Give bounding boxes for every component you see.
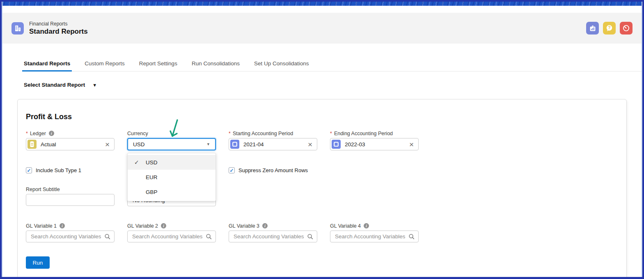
- gl-variable-3-label: GL Variable 3 i: [229, 223, 317, 229]
- tab-report-settings[interactable]: Report Settings: [138, 60, 179, 71]
- chevron-down-icon: ▼: [92, 83, 97, 88]
- tab-run-consolidations[interactable]: Run Consolidations: [190, 60, 241, 71]
- gl-variable-1-label: GL Variable 1 i: [26, 223, 115, 229]
- check-icon: ✓: [134, 159, 146, 166]
- starting-period-input[interactable]: 2021-04 ×: [229, 138, 317, 150]
- required-asterisk: *: [26, 131, 28, 136]
- gl-variable-3-input[interactable]: [229, 231, 317, 242]
- select-standard-report-dropdown[interactable]: Select Standard Report ▼: [24, 82, 642, 88]
- required-asterisk: *: [330, 131, 332, 136]
- gl-variable-2-input[interactable]: [127, 231, 216, 242]
- info-icon[interactable]: i: [60, 223, 65, 228]
- ledger-icon: [28, 140, 37, 149]
- form-row-1: * Ledger i Actual ×: [26, 130, 618, 150]
- page-header: Financial Reports Standard Reports: [2, 13, 642, 44]
- info-icon[interactable]: i: [364, 223, 369, 228]
- report-subtitle-label: Report Subtitle: [26, 186, 115, 192]
- ledger-field: * Ledger i Actual ×: [26, 130, 115, 150]
- page-title: Standard Reports: [29, 28, 88, 36]
- header-titles: Financial Reports Standard Reports: [29, 21, 88, 36]
- search-icon: [104, 233, 111, 240]
- header-title-group: Financial Reports Standard Reports: [11, 21, 88, 36]
- ledger-value: Actual: [41, 141, 105, 148]
- ending-period-label: * Ending Accounting Period: [330, 130, 419, 136]
- accounting-period-icon: [332, 140, 341, 149]
- gl-variable-2-field: GL Variable 2 i: [127, 223, 216, 242]
- run-button[interactable]: Run: [26, 256, 50, 269]
- app-label: Financial Reports: [29, 21, 88, 27]
- currency-dropdown: ✓ USD EUR GBP: [127, 153, 216, 201]
- tab-custom-reports[interactable]: Custom Reports: [83, 60, 126, 71]
- ending-period-value: 2022-03: [345, 141, 409, 148]
- suppress-zero-checkbox[interactable]: ✓ Suppress Zero Amount Rows: [229, 167, 317, 174]
- include-sub-type-checkbox[interactable]: ✓ Include Sub Type 1: [26, 167, 115, 174]
- info-icon[interactable]: i: [161, 223, 166, 228]
- report-subtitle-input[interactable]: [26, 194, 115, 206]
- report-chart-icon-button[interactable]: [586, 22, 599, 35]
- gl-variable-1-field: GL Variable 1 i: [26, 223, 115, 242]
- financial-reports-app-icon: [11, 22, 24, 35]
- chevron-down-icon: ▼: [206, 142, 210, 146]
- currency-field: Currency USD ▼ ✓ USD: [127, 130, 216, 150]
- starting-period-label: * Starting Accounting Period: [229, 130, 317, 136]
- form-row-3: Report Subtitle No Rounding ▼: [26, 186, 618, 206]
- tab-standard-reports[interactable]: Standard Reports: [22, 60, 72, 71]
- browser-theme-strip: [2, 2, 642, 6]
- app-window: Financial Reports Standard Reports: [0, 0, 644, 279]
- accounting-period-icon: [230, 140, 239, 149]
- search-icon: [408, 233, 415, 240]
- tab-bar: Standard Reports Custom Reports Report S…: [22, 60, 642, 71]
- checkbox-icon: ✓: [229, 167, 235, 173]
- starting-period-field: * Starting Accounting Period 2021-04 ×: [229, 130, 317, 150]
- report-title: Profit & Loss: [26, 113, 618, 121]
- header-actions: ?: [586, 22, 633, 35]
- search-icon: [307, 233, 314, 240]
- search-icon: [206, 233, 212, 240]
- ledger-label: * Ledger i: [26, 130, 115, 136]
- currency-option-eur[interactable]: EUR: [128, 170, 215, 184]
- report-chart-icon: [589, 25, 596, 32]
- currency-label: Currency: [127, 130, 216, 136]
- gl-variable-4-label: GL Variable 4 i: [330, 223, 419, 229]
- currency-select[interactable]: USD ▼: [127, 138, 216, 150]
- currency-option-gbp[interactable]: GBP: [128, 184, 215, 199]
- gauge-icon-button[interactable]: [620, 22, 633, 35]
- gl-variable-2-label: GL Variable 2 i: [127, 223, 216, 229]
- info-icon[interactable]: i: [262, 223, 268, 228]
- ending-period-field: * Ending Accounting Period 2022-03 ×: [330, 130, 419, 150]
- clear-icon[interactable]: ×: [105, 141, 110, 148]
- gl-variable-3-field: GL Variable 3 i: [229, 223, 317, 242]
- clear-icon[interactable]: ×: [409, 141, 414, 148]
- currency-option-usd[interactable]: ✓ USD: [128, 155, 215, 170]
- help-icon-button[interactable]: ?: [603, 22, 616, 35]
- checkbox-icon: ✓: [26, 167, 32, 173]
- svg-text:?: ?: [608, 25, 610, 30]
- info-icon[interactable]: i: [49, 131, 54, 136]
- tab-set-up-consolidations[interactable]: Set Up Consolidations: [252, 60, 311, 71]
- clear-icon[interactable]: ×: [307, 141, 313, 148]
- buildings-icon: [14, 25, 21, 32]
- form-row-2: ✓ Include Sub Type 1 ✓ Suppress Zero Amo…: [26, 167, 618, 174]
- gauge-icon: [622, 24, 630, 32]
- currency-value: USD: [133, 141, 145, 148]
- required-asterisk: *: [229, 131, 231, 136]
- form-row-4: GL Variable 1 i GL Variable 2 i: [26, 223, 618, 242]
- ending-period-input[interactable]: 2022-03 ×: [330, 138, 419, 150]
- report-subtitle-field: Report Subtitle: [26, 186, 115, 206]
- help-icon: ?: [605, 24, 613, 32]
- report-form-card: Profit & Loss * Ledger i: [17, 99, 627, 279]
- gl-variable-1-input[interactable]: [26, 231, 115, 242]
- gl-variable-4-field: GL Variable 4 i: [330, 223, 419, 242]
- select-standard-report-label: Select Standard Report: [24, 82, 85, 88]
- gl-variable-4-input[interactable]: [330, 231, 419, 242]
- ledger-input[interactable]: Actual ×: [26, 138, 115, 150]
- starting-period-value: 2021-04: [243, 141, 307, 148]
